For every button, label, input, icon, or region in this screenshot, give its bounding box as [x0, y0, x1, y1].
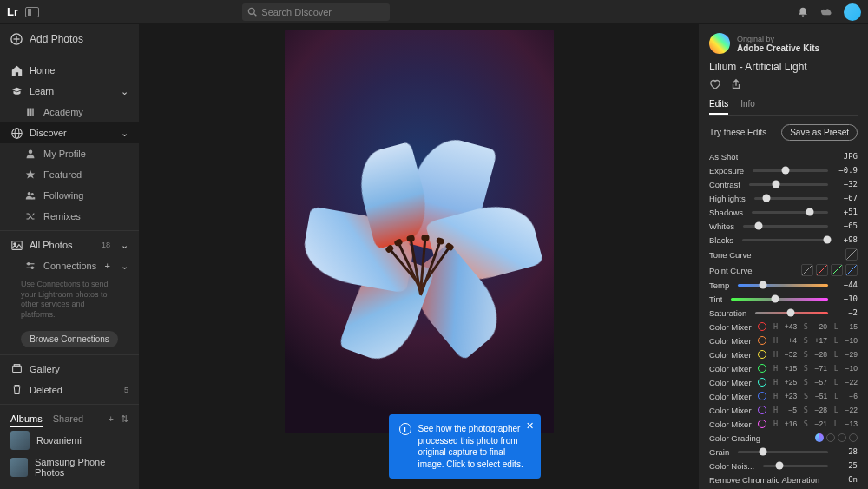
photo-icon [10, 239, 23, 251]
slider-grain[interactable]: Grain 28 [709, 445, 858, 459]
slider-highlights[interactable]: Highlights−67 [709, 191, 858, 205]
tab-info[interactable]: Info [740, 99, 755, 115]
user-avatar[interactable] [844, 3, 861, 21]
nav-home[interactable]: Home [0, 60, 139, 81]
nav-learn[interactable]: Learn ⌄ [0, 81, 139, 102]
tint-value: −10 [837, 294, 858, 303]
tab-albums[interactable]: Albums [10, 413, 43, 427]
slider-colornoise[interactable]: Color Nois... 25 [709, 459, 858, 472]
svg-rect-21 [14, 365, 20, 367]
slider-blacks[interactable]: Blacks+98 [709, 233, 858, 247]
add-album-icon[interactable]: + [108, 413, 114, 427]
cg-midtones-icon[interactable] [838, 433, 846, 442]
nav-deleted-label: Deleted [30, 385, 62, 395]
nav-remixes[interactable]: Remixes [0, 206, 139, 227]
nav-connections[interactable]: Connections + ⌄ [0, 255, 139, 276]
share-icon[interactable] [730, 78, 742, 90]
home-icon [10, 64, 23, 76]
add-photos-button[interactable]: Add Photos [0, 24, 139, 52]
slider-tint[interactable]: Tint −10 [709, 292, 858, 306]
svg-rect-5 [27, 109, 29, 116]
nav-discover[interactable]: Discover ⌄ [0, 122, 139, 143]
colormixer-label: Color Mixer [709, 364, 752, 373]
colormixer-row[interactable]: Color MixerH+25S−57L−22 [709, 375, 858, 389]
nav-featured[interactable]: Featured [0, 164, 139, 185]
grain-label: Grain [709, 447, 729, 457]
browse-connections-button[interactable]: Browse Connections [21, 331, 118, 347]
sort-icon[interactable]: ⇅ [121, 413, 128, 427]
cg-shadows-icon[interactable] [826, 433, 835, 442]
slider-saturation[interactable]: Saturation −2 [709, 306, 858, 320]
nav-profile[interactable]: My Profile [0, 143, 139, 164]
color-swatch-icon [758, 350, 766, 359]
curve-green-icon[interactable] [831, 264, 843, 276]
author-avatar[interactable] [709, 33, 730, 54]
chevron-down-icon: ⌄ [121, 128, 128, 139]
plus-icon[interactable]: + [105, 261, 110, 271]
album-item[interactable]: Samsung Phone Photos [0, 453, 139, 481]
cloud-icon[interactable] [819, 6, 833, 18]
slider-temp[interactable]: Temp −44 [709, 278, 858, 292]
nav-following[interactable]: Following [0, 185, 139, 206]
tab-shared[interactable]: Shared [53, 413, 83, 427]
svg-rect-6 [30, 109, 31, 116]
search-input[interactable]: Search Discover [242, 3, 390, 21]
colormixer-row[interactable]: Color MixerH−32S−28L−29 [709, 347, 858, 361]
slider-exposure[interactable]: Exposure−0.9 [709, 163, 858, 177]
close-icon[interactable]: ✕ [526, 420, 534, 433]
tab-edits[interactable]: Edits [709, 99, 728, 115]
nav-all-photos[interactable]: All Photos 18 ⌄ [0, 235, 139, 255]
slider-contrast[interactable]: Contrast−32 [709, 177, 858, 191]
colornoise-label: Color Nois... [709, 461, 754, 471]
colormixer-row[interactable]: Color MixerH−5S−28L−22 [709, 403, 858, 417]
colormixer-row[interactable]: Color MixerH+15S−71L−10 [709, 361, 858, 375]
album-item[interactable]: Rovaniemi [0, 427, 139, 453]
colormixer-label: Color Mixer [709, 350, 752, 360]
nav-academy[interactable]: Academy [0, 102, 139, 122]
more-icon[interactable]: ⋯ [848, 38, 858, 50]
rca-value[interactable]: On [837, 475, 858, 484]
cg-wheel-icon[interactable] [815, 433, 824, 442]
color-swatch-icon [758, 364, 766, 373]
photo-preview[interactable] [285, 30, 554, 433]
pointcurve-label: Point Curve [709, 266, 753, 275]
colormixer-label: Color Mixer [709, 420, 752, 429]
colorgrading-label: Color Grading [709, 433, 760, 443]
svg-rect-20 [12, 367, 21, 373]
chevron-down-icon: ⌄ [121, 240, 128, 251]
hsl-labels: H [773, 364, 778, 373]
colormixer-row[interactable]: Color MixerH+23S−51L−6 [709, 389, 858, 403]
users-icon [24, 189, 36, 202]
cg-highlights-icon[interactable] [849, 433, 858, 442]
colormixer-row[interactable]: Color MixerH+4S+17L−10 [709, 334, 858, 347]
nav-gallery[interactable]: Gallery [0, 359, 139, 380]
search-placeholder: Search Discover [261, 7, 332, 17]
asshot-label: As Shot [709, 152, 738, 162]
author-name[interactable]: Adobe Creative Kits [737, 43, 819, 53]
heart-icon[interactable] [709, 78, 721, 90]
curve-all-icon[interactable] [801, 264, 813, 276]
book-icon [24, 106, 36, 118]
save-preset-button[interactable]: Save as Preset [781, 124, 858, 141]
colormixer-row[interactable]: Color MixerH+43S−20L−15 [709, 320, 858, 334]
slider-whites[interactable]: Whites−65 [709, 219, 858, 233]
hsl-labels: H [773, 350, 778, 359]
slider-value: −67 [837, 194, 858, 202]
nav-deleted[interactable]: Deleted 5 [0, 380, 139, 400]
curve-red-icon[interactable] [816, 264, 828, 276]
hsl-labels: H [773, 420, 778, 428]
colormixer-row[interactable]: Color MixerH+16S−21L−13 [709, 417, 858, 431]
curve-luma-icon[interactable] [845, 248, 858, 261]
panel-toggle-icon[interactable] [25, 7, 39, 17]
svg-point-18 [28, 263, 30, 265]
photo-title: Lilium - Artificial Light [709, 61, 858, 73]
slider-shadows[interactable]: Shadows+51 [709, 205, 858, 219]
album-thumb [10, 458, 28, 477]
star-icon [24, 169, 36, 181]
remix-icon [24, 210, 36, 222]
tonecurve-label: Tone Curve [709, 250, 752, 260]
nav-all-photos-label: All Photos [30, 240, 73, 250]
connections-icon [24, 260, 36, 272]
curve-blue-icon[interactable] [845, 264, 858, 276]
bell-icon[interactable] [797, 6, 809, 18]
